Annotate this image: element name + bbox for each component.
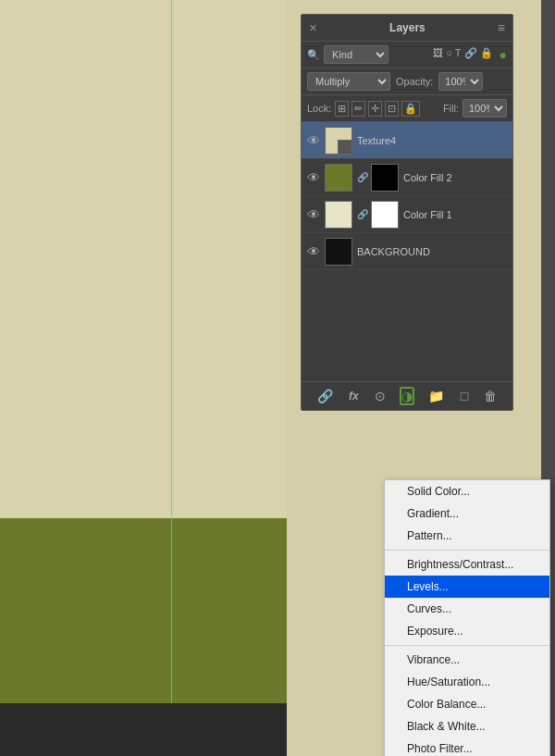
layer-visibility-colorfill1[interactable]: 👁 [307, 207, 320, 222]
layer-thumb-texture4 [325, 127, 352, 155]
menu-item-color-balance[interactable]: Color Balance... [385, 693, 549, 715]
filter-icons: 🖼 ○ T 🔗 🔒 ● [433, 47, 507, 62]
layer-thumb-colorfill1 [325, 201, 352, 229]
layers-toolbar: 🔗 fx ⊙ ◑ 📁 □ 🗑 [302, 381, 512, 410]
menu-item-gradient[interactable]: Gradient... [385, 502, 549, 525]
lock-label: Lock: [307, 103, 331, 114]
layer-thumb-texture4-img [326, 128, 352, 154]
canvas-green-bottom [0, 518, 287, 703]
layer-visibility-background[interactable]: 👁 [307, 244, 320, 259]
layer-name-texture4: Texture4 [357, 135, 507, 146]
layer-name-colorfill1: Color Fill 1 [403, 209, 507, 220]
layer-name-background: BACKGROUND [357, 246, 507, 257]
opacity-select[interactable]: 100% [438, 72, 483, 91]
menu-item-brightness-contrast[interactable]: Brightness/Contrast... [385, 553, 549, 576]
menu-item-black-white[interactable]: Black & White... [385, 715, 549, 737]
lock-all-icon[interactable]: 🔒 [401, 101, 420, 117]
menu-item-hue-saturation[interactable]: Hue/Saturation... [385, 671, 549, 693]
menu-item-exposure[interactable]: Exposure... [385, 620, 549, 642]
layer-thumb-colorfill2 [325, 164, 352, 192]
guide-vertical [171, 0, 172, 703]
layer-name-colorfill2: Color Fill 2 [403, 172, 507, 183]
lock-transparent-icon[interactable]: ⊞ [335, 101, 349, 117]
canvas-dark-bottom [0, 703, 287, 756]
canvas-texture-top [0, 0, 287, 518]
layer-item-background[interactable]: 👁 BACKGROUND [302, 233, 512, 270]
fill-label: Fill: [443, 103, 459, 114]
menu-item-vibrance[interactable]: Vibrance... [385, 649, 549, 671]
toolbar-link-button[interactable]: 🔗 [315, 387, 335, 405]
layer-item-colorfill2[interactable]: 👁 🔗 Color Fill 2 [302, 159, 512, 196]
menu-item-solid-color[interactable]: Solid Color... [385, 480, 549, 502]
panel-menu-icon[interactable]: ≡ [498, 20, 505, 35]
lock-icons: ⊞ ✏ ✛ ⊡ 🔒 [335, 101, 420, 117]
filter-toggle[interactable]: ● [500, 47, 507, 62]
menu-item-photo-filter[interactable]: Photo Filter... [385, 737, 549, 756]
layer-link-colorfill1: 🔗 [357, 209, 366, 219]
toolbar-new-layer-button[interactable]: □ [459, 387, 470, 405]
panel-close-button[interactable]: ✕ [309, 22, 317, 34]
menu-item-pattern[interactable]: Pattern... [385, 525, 549, 547]
layer-item-colorfill1[interactable]: 👁 🔗 Color Fill 1 [302, 196, 512, 233]
lock-pixel-icon[interactable]: ✏ [352, 101, 365, 117]
toolbar-delete-button[interactable]: 🗑 [482, 387, 499, 405]
panel-header: ✕ Layers ≡ [302, 15, 512, 42]
toolbar-folder-button[interactable]: 📁 [426, 387, 446, 405]
layer-mask-colorfill2 [371, 164, 399, 192]
lock-artboard-icon[interactable]: ⊡ [385, 101, 399, 117]
lock-row: Lock: ⊞ ✏ ✛ ⊡ 🔒 Fill: 100% [302, 95, 512, 122]
layer-visibility-colorfill2[interactable]: 👁 [307, 170, 320, 185]
filter-type-icon[interactable]: T [455, 47, 462, 62]
layers-empty-area [302, 270, 512, 381]
filter-pixel-icon[interactable]: 🖼 [433, 47, 443, 62]
filter-smart-icon[interactable]: 🔒 [480, 47, 493, 62]
filter-icon: 🔍 [307, 49, 320, 61]
fill-select[interactable]: 100% [462, 99, 507, 118]
blend-mode-select[interactable]: Multiply [307, 72, 390, 91]
toolbar-mask-button[interactable]: ⊙ [373, 387, 388, 405]
layer-thumb-background [325, 238, 352, 266]
layer-item-texture4[interactable]: 👁 Texture4 [302, 122, 512, 159]
lock-position-icon[interactable]: ✛ [368, 101, 382, 117]
menu-separator-2 [385, 645, 549, 646]
layer-link-colorfill2: 🔗 [357, 172, 366, 182]
filter-adjust-icon[interactable]: ○ [446, 47, 452, 62]
menu-item-curves[interactable]: Curves... [385, 598, 549, 620]
menu-item-levels[interactable]: Levels... [385, 576, 549, 598]
layers-list: 👁 Texture4 👁 🔗 Color Fill 2 👁 🔗 Color Fi… [302, 122, 512, 270]
toolbar-adjust-button[interactable]: ◑ [400, 387, 414, 405]
menu-separator-1 [385, 550, 549, 551]
layers-panel: ✕ Layers ≡ 🔍 Kind 🖼 ○ T 🔗 🔒 ● Multiply O… [301, 14, 513, 411]
layer-mask-colorfill1 [371, 201, 399, 229]
toolbar-fx-button[interactable]: fx [347, 388, 361, 404]
filter-shape-icon[interactable]: 🔗 [464, 47, 477, 62]
filter-kind-select[interactable]: Kind [324, 45, 388, 64]
panel-title: Layers [389, 21, 426, 34]
blend-row: Multiply Opacity: 100% [302, 68, 512, 95]
opacity-label: Opacity: [396, 76, 433, 87]
layer-visibility-texture4[interactable]: 👁 [307, 133, 320, 148]
adjustment-dropdown-menu: Solid Color... Gradient... Pattern... Br… [384, 479, 550, 756]
filter-row: 🔍 Kind 🖼 ○ T 🔗 🔒 ● [302, 42, 512, 68]
